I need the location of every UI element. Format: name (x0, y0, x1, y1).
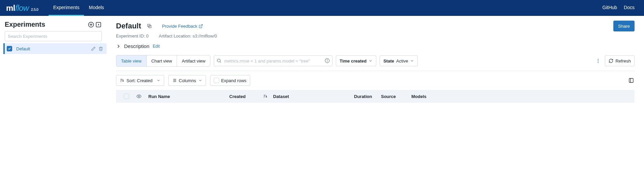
top-navbar: mlflow 2.5.0 Experiments Models GitHub D… (0, 0, 644, 16)
col-models[interactable]: Models (409, 94, 442, 99)
description-toggle-icon[interactable] (116, 44, 121, 49)
description-label: Description (124, 43, 149, 49)
chevron-down-icon (410, 59, 414, 63)
view-tab-table[interactable]: Table view (116, 55, 147, 66)
svg-point-12 (598, 59, 598, 59)
svg-point-14 (598, 62, 598, 63)
view-switcher: Table view Chart view Artifact view (116, 55, 210, 67)
experiment-checkbox[interactable] (7, 46, 12, 51)
delete-experiment-icon[interactable] (98, 46, 103, 51)
expand-rows-checkbox[interactable] (214, 78, 219, 83)
nav-tab-models[interactable]: Models (84, 0, 109, 16)
state-dropdown[interactable]: State Active (380, 55, 418, 66)
svg-point-11 (327, 59, 327, 60)
svg-line-6 (201, 24, 203, 26)
sort-icon (120, 78, 124, 83)
time-created-dropdown[interactable]: Time created (336, 55, 376, 66)
experiment-list-item[interactable]: Default (3, 43, 107, 54)
columns-icon (172, 78, 177, 83)
search-experiments-input[interactable] (5, 31, 102, 41)
search-icon (216, 58, 222, 63)
chevron-down-icon (198, 78, 202, 82)
col-dataset[interactable]: Dataset (270, 94, 351, 99)
nav-tab-experiments[interactable]: Experiments (49, 0, 84, 16)
runs-search-input[interactable] (214, 55, 332, 66)
collapse-sidebar-icon[interactable] (95, 21, 102, 28)
refresh-button[interactable]: Refresh (605, 55, 635, 66)
chevron-down-icon (156, 78, 160, 82)
svg-line-8 (220, 62, 221, 63)
svg-point-26 (138, 96, 140, 97)
view-tab-chart[interactable]: Chart view (147, 55, 177, 66)
artifact-location-label: Artifact Location: s3://mlflow/0 (159, 33, 217, 39)
col-created[interactable]: Created (227, 94, 270, 99)
toggle-sidepanel-icon[interactable] (628, 77, 635, 84)
experiments-sidebar: Experiments Default (0, 16, 107, 103)
external-link-icon (199, 24, 203, 28)
experiment-id-label: Experiment ID: 0 (116, 33, 149, 39)
add-experiment-icon[interactable] (88, 21, 94, 28)
svg-rect-24 (629, 78, 633, 82)
view-tab-artifact[interactable]: Artifact view (177, 55, 210, 66)
search-info-icon[interactable] (325, 58, 330, 63)
mlflow-logo[interactable]: mlflow 2.5.0 (6, 3, 38, 13)
runs-table-header: Run Name Created Dataset Duration Source… (116, 90, 635, 103)
page-title: Default (116, 22, 141, 30)
edit-experiment-icon[interactable] (91, 46, 96, 51)
provide-feedback-link[interactable]: Provide Feedback (162, 24, 203, 29)
copy-title-icon[interactable] (146, 23, 153, 29)
col-duration[interactable]: Duration (351, 94, 378, 99)
visibility-column-icon[interactable] (132, 94, 146, 99)
select-all-checkbox[interactable] (124, 94, 129, 99)
expand-rows-toggle[interactable]: Expand rows (210, 75, 250, 86)
sort-desc-icon (263, 94, 268, 99)
chevron-down-icon (369, 59, 373, 63)
description-edit-link[interactable]: Edit (153, 44, 160, 49)
experiment-content: Default Provide Feedback Share Experimen… (107, 16, 644, 103)
col-source[interactable]: Source (378, 94, 409, 99)
svg-point-13 (598, 60, 598, 61)
share-button[interactable]: Share (613, 21, 635, 31)
nav-link-docs[interactable]: Docs (620, 5, 638, 11)
refresh-icon (609, 58, 613, 63)
experiment-name: Default (16, 46, 91, 51)
columns-dropdown[interactable]: Columns (168, 75, 206, 86)
sort-dropdown[interactable]: Sort: Created (116, 75, 164, 86)
sidebar-title: Experiments (5, 21, 88, 28)
nav-link-github[interactable]: GitHub (599, 5, 621, 11)
col-run-name[interactable]: Run Name (146, 94, 227, 99)
more-options-icon[interactable] (595, 57, 602, 64)
version-label: 2.5.0 (31, 7, 38, 11)
svg-point-7 (217, 59, 221, 62)
